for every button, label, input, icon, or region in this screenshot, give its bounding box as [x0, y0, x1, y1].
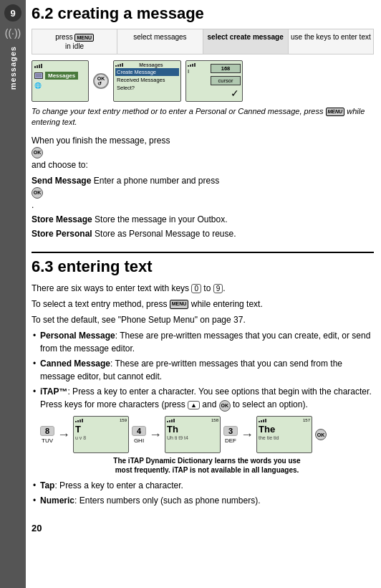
chapter-number: 9: [4, 4, 21, 22]
para-set-default: To set the default, see "Phone Setup Men…: [32, 313, 374, 326]
screen2-received-msg-row: Received Messages: [115, 76, 179, 84]
bullet-itap-msg: iTAP™: Press a key to enter a character.…: [40, 385, 374, 412]
screen2-create-msg-row: Create Message: [115, 68, 179, 76]
itap2-main-char: Th: [167, 424, 218, 435]
section-63-heading: 6.3 entering text: [32, 252, 374, 276]
store-message-line: Store Message Store the message in your …: [32, 213, 374, 226]
up-arrow-icon: ▲: [188, 401, 200, 409]
personal-label: Store Personal: [32, 229, 92, 239]
itap-screen1: 159 T u v 8: [73, 416, 129, 453]
para-six-ways: There are six ways to enter text with ke…: [32, 282, 374, 295]
itap1-topbar: 159: [75, 418, 127, 422]
step3-text: select create message: [208, 33, 284, 41]
bullet-list-63: Personal Message: These are pre-written …: [40, 329, 374, 412]
numeric-label: Numeric: [40, 495, 74, 506]
menu-badge-63: MENU: [170, 300, 189, 309]
step3: select create message: [203, 29, 289, 54]
bullet-list-tap-numeric: Tap: Press a key to enter a character. N…: [40, 479, 374, 507]
itap1-main-char: T: [75, 424, 127, 435]
itap3-topbar: 157: [259, 418, 310, 422]
sidebar: 9 ((·)) messages: [0, 0, 26, 588]
steps-bar: press MENUin idle select messages select…: [32, 29, 374, 54]
step1-text: press MENUin idle: [55, 33, 94, 50]
screen2-create-message: Messages Create Message Received Message…: [113, 60, 181, 102]
bullet-tap: Tap: Press a key to enter a character.: [40, 479, 374, 492]
menu-badge-step1: MENU: [74, 34, 94, 42]
arrow1: →: [57, 427, 70, 442]
itap3-main-char: The: [259, 424, 310, 435]
screen1-messages: Messages 🌐: [32, 60, 89, 102]
step2: select messages: [117, 29, 203, 54]
page-number-area: 20: [32, 514, 374, 534]
screen2-title: Messages: [139, 62, 163, 67]
section-62-heading: 6.2 creating a message: [32, 4, 374, 23]
screen1-signal: [34, 63, 86, 68]
key-0-icon: 0: [191, 284, 201, 293]
ok-label-1: OK↺: [97, 76, 105, 87]
section-63-num: 6.3: [32, 257, 54, 276]
itap-screen3: 157 The the tie tid: [256, 416, 312, 453]
itap-caption-line1: The iTAP Dynamic Dictionary learns the w…: [113, 457, 300, 465]
screen1-content: Messages 🌐: [34, 71, 86, 89]
arrow2: →: [149, 427, 162, 442]
bullet-canned-msg: Canned Message: These are pre-written me…: [40, 357, 374, 383]
store-desc: Store the message in your Outbox.: [95, 214, 227, 224]
ok-inline-itap: OK: [315, 429, 327, 440]
italic-note-text: To change your text entry method or to e…: [32, 107, 365, 126]
body-text-finish: When you finish the message, press OK an…: [32, 134, 374, 171]
tap-label: Tap: [40, 480, 54, 490]
screenshots-row-62: Messages 🌐 OK↺ Messages: [32, 60, 374, 102]
itap-screen2: 158 Th Uh ti t9 t4: [165, 416, 221, 453]
section-62-num: 6.2: [32, 4, 54, 23]
bullet-personal-label: Personal Message: [40, 331, 115, 341]
key3-suffix: DEF: [225, 437, 236, 444]
send-label: Send Message: [32, 176, 91, 186]
screen3-cursor-label: cursor: [211, 76, 241, 85]
store-personal-line: Store Personal Store as Personal Message…: [32, 227, 374, 240]
main-content: 6.2 creating a message press MENUin idle…: [26, 0, 381, 588]
itap-key4-group: 4 GHI: [132, 426, 146, 444]
screen3-counter: I 168 cursor ✓: [185, 60, 243, 102]
section-62-title: creating a message: [58, 4, 204, 23]
ok-inline-3: OK: [219, 400, 231, 412]
itap-key3-group: 3 DEF: [223, 426, 238, 444]
sidebar-label: messages: [9, 46, 17, 90]
ok-button-1[interactable]: OK↺: [93, 73, 109, 89]
ok-inline-1: OK: [32, 147, 43, 158]
page-number: 20: [32, 523, 42, 534]
itap-key8-group: 8 TUV: [40, 426, 54, 444]
step4: use the keys to enter text: [289, 29, 373, 54]
itap3-sub-chars: the tie tid: [259, 435, 310, 440]
step4-text: use the keys to enter text: [291, 33, 371, 41]
itap3-counter: 157: [303, 418, 310, 422]
itap2-counter: 158: [211, 418, 218, 422]
step1: press MENUin idle: [32, 29, 117, 54]
key8-suffix: TUV: [42, 437, 53, 444]
ok-inline-2: OK: [32, 187, 43, 199]
tap-text: : Press a key to enter a character.: [54, 480, 183, 490]
send-message-line: Send Message Enter a phone number and pr…: [32, 174, 374, 212]
bullet-itap-label: iTAP™: [40, 387, 67, 397]
screen3-counter-value: 168: [211, 64, 241, 73]
numeric-text: : Enters numbers only (such as phone num…: [74, 495, 260, 506]
key-9-icon: 9: [213, 284, 223, 293]
antenna-icon: ((·)): [5, 27, 21, 39]
arrow3: →: [241, 427, 254, 442]
bullet-numeric: Numeric: Enters numbers only (such as ph…: [40, 494, 374, 507]
itap-screens-row: 8 TUV → 159 T u v 8 4 GHI →: [40, 416, 374, 453]
personal-desc: Store as Personal Message to reuse.: [95, 229, 236, 239]
itap-caption: The iTAP Dynamic Dictionary learns the w…: [40, 456, 374, 475]
menu-badge-note: MENU: [326, 108, 345, 116]
itap-caption-line2: most frequently. iTAP is not available i…: [115, 466, 299, 474]
sidebar-icon-area: ((·)): [5, 27, 21, 40]
key8-badge: 8: [40, 426, 54, 436]
itap2-sub-chars: Uh ti t9 t4: [167, 435, 218, 440]
italic-note-62: To change your text entry method or to e…: [32, 106, 374, 128]
screen2-topbar: Messages: [115, 62, 179, 67]
step2-text: select messages: [133, 33, 186, 41]
itap1-counter: 159: [120, 418, 127, 422]
key4-badge: 4: [132, 426, 146, 436]
bullet-personal-msg: Personal Message: These are pre-written …: [40, 329, 374, 355]
itap1-sub-chars: u v 8: [75, 435, 127, 440]
bullet-itap-text: : Press a key to enter a character. You …: [40, 387, 372, 409]
